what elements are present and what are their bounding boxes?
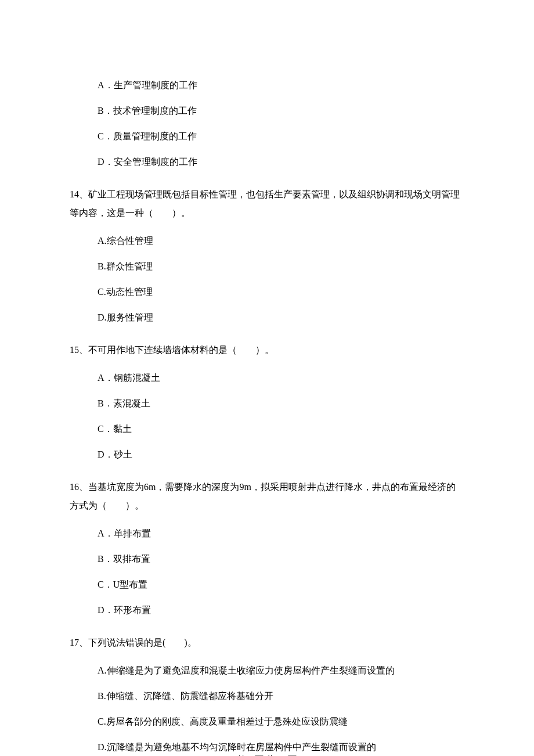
q15-stem: 15、不可用作地下连续墙墙体材料的是（ ）。 — [70, 341, 464, 359]
q15-option-d: D．砂土 — [98, 448, 464, 462]
q16-stem: 16、当基坑宽度为6m，需要降水的深度为9m，拟采用喷射井点进行降水，井点的布置… — [70, 478, 464, 515]
q17-stem: 17、下列说法错误的是( )。 — [70, 633, 464, 652]
q16-option-a: A．单排布置 — [98, 527, 464, 541]
q13-option-b: B．技术管理制度的工作 — [98, 104, 464, 118]
q13-option-d: D．安全管理制度的工作 — [98, 155, 464, 169]
q14-option-a: A.综合性管理 — [98, 234, 464, 248]
q16-option-d: D．环形布置 — [98, 603, 464, 617]
page-footer: 第 4 页 共 14 页 — [0, 753, 534, 757]
q14-option-d: D.服务性管理 — [98, 311, 464, 325]
q14-option-b: B.群众性管理 — [98, 260, 464, 273]
q16-option-c: C．U型布置 — [98, 578, 464, 592]
q14-stem: 14、矿业工程现场管理既包括目标性管理，也包括生产要素管理，以及组织协调和现场文… — [70, 185, 464, 222]
q13-option-a: A．生产管理制度的工作 — [98, 78, 464, 92]
q15-option-c: C．黏土 — [98, 422, 464, 436]
q15-option-b: B．素混凝土 — [98, 397, 464, 411]
page: A．生产管理制度的工作 B．技术管理制度的工作 C．质量管理制度的工作 D．安全… — [0, 0, 534, 756]
q17-option-d: D.沉降缝是为避免地基不均匀沉降时在房屋构件中产生裂缝而设置的 — [98, 740, 464, 754]
q13-option-c: C．质量管理制度的工作 — [98, 129, 464, 143]
q14-option-c: C.动态性管理 — [98, 285, 464, 299]
q17-option-b: B.伸缩缝、沉降缝、防震缝都应将基础分开 — [98, 689, 464, 703]
q15-option-a: A．钢筋混凝土 — [98, 371, 464, 385]
q17-option-a: A.伸缩缝是为了避免温度和混凝土收缩应力使房屋构件产生裂缝而设置的 — [98, 664, 464, 678]
q16-option-b: B．双排布置 — [98, 552, 464, 566]
q17-option-c: C.房屋各部分的刚度、高度及重量相差过于悬殊处应设防震缝 — [98, 715, 464, 729]
